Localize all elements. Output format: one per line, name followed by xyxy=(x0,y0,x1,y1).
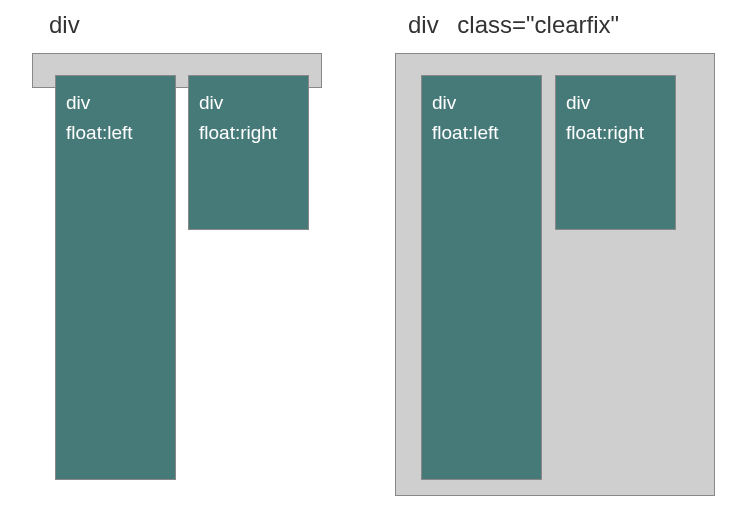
left-float-left-box: div float:left xyxy=(55,75,176,480)
right-diagram-title: div class="clearfix" xyxy=(408,11,619,39)
box-line: float:right xyxy=(199,118,308,148)
right-float-right-box: div float:right xyxy=(555,75,676,230)
right-title-part1: div xyxy=(408,11,439,38)
right-title-part2: class="clearfix" xyxy=(457,11,619,38)
box-line: float:left xyxy=(66,118,175,148)
left-diagram-title: div xyxy=(49,11,80,39)
box-line: div xyxy=(66,88,175,118)
box-line: div xyxy=(199,88,308,118)
left-float-right-box: div float:right xyxy=(188,75,309,230)
right-float-left-box: div float:left xyxy=(421,75,542,480)
box-line: float:left xyxy=(432,118,541,148)
box-line: div xyxy=(566,88,675,118)
box-line: div xyxy=(432,88,541,118)
box-line: float:right xyxy=(566,118,675,148)
